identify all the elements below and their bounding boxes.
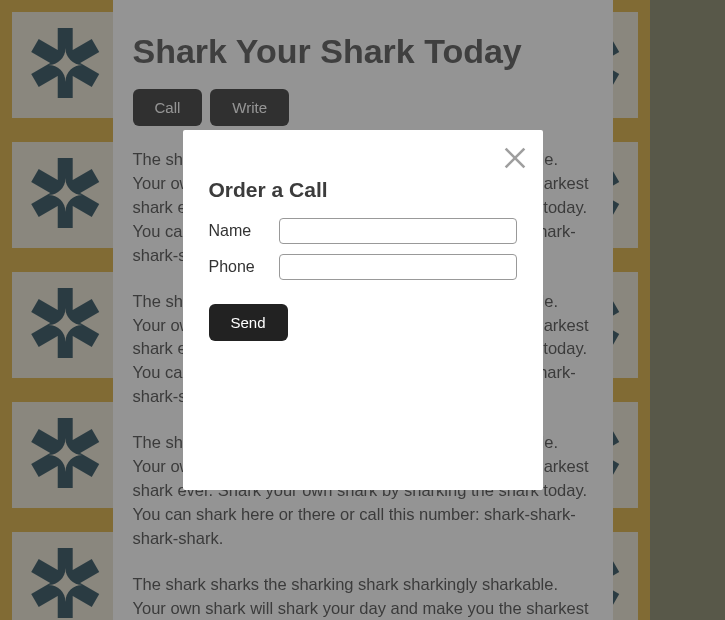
name-label: Name <box>209 222 279 240</box>
phone-field: Phone <box>209 254 517 280</box>
send-button[interactable]: Send <box>209 304 288 341</box>
phone-input[interactable] <box>279 254 517 280</box>
name-field: Name <box>209 218 517 244</box>
modal-title: Order a Call <box>209 178 517 202</box>
name-input[interactable] <box>279 218 517 244</box>
order-call-modal: Order a Call Name Phone Send <box>183 130 543 490</box>
close-icon[interactable] <box>501 144 529 176</box>
phone-label: Phone <box>209 258 279 276</box>
